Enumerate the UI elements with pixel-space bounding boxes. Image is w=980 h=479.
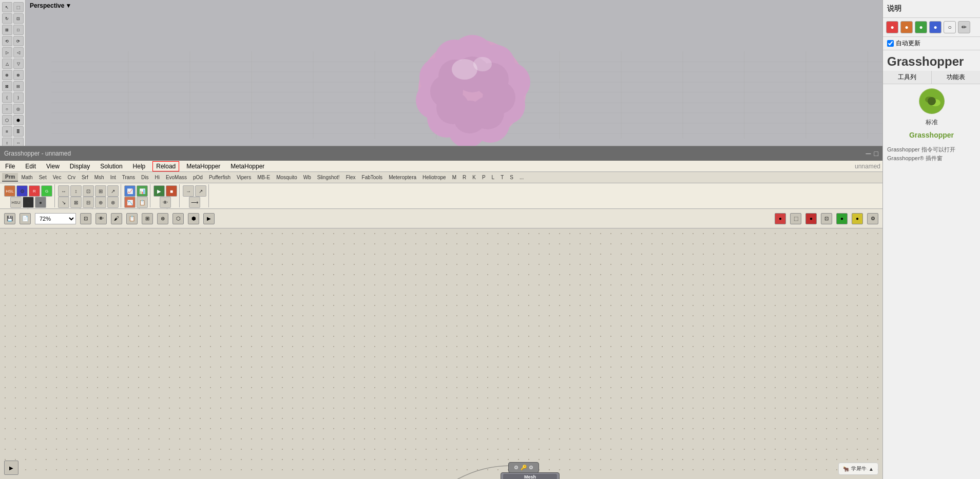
statusbar-right-5[interactable]: ● xyxy=(836,213,848,224)
preview-icon-2[interactable]: ■ xyxy=(166,185,177,197)
tab-slingshot[interactable]: Slingshot! xyxy=(314,174,343,181)
toolbar-icon-8[interactable]: ⟳ xyxy=(13,36,24,46)
gh-canvas[interactable]: Number Slider 64 ◉ Plane ◉ Radius OutMes… xyxy=(0,228,882,479)
rp-tool-blue[interactable]: ● xyxy=(929,21,941,33)
tab-trans[interactable]: Trans xyxy=(119,174,138,181)
rhino-viewport[interactable]: ↖ ⬚ ↻ ⊡ ⊞ □ ⟲ ⟳ ▷ ◁ xyxy=(0,0,882,146)
tab-dis[interactable]: Dis xyxy=(138,174,151,181)
statusbar-right-1[interactable]: ● xyxy=(775,213,786,224)
vector-icon-3[interactable]: ⟶ xyxy=(189,197,200,208)
statusbar-right-4[interactable]: ⊡ xyxy=(821,213,832,224)
tab-t1[interactable]: T xyxy=(497,174,507,181)
tab-srf[interactable]: Srf xyxy=(79,174,91,181)
tab-msh[interactable]: Msh xyxy=(91,174,107,181)
toolbar-icon-7[interactable]: ⟲ xyxy=(2,36,12,46)
graph-icon-2[interactable]: 📊 xyxy=(137,185,148,197)
watermark-up-icon[interactable]: ▲ xyxy=(869,466,874,472)
toolbar-icon-12[interactable]: ▽ xyxy=(13,59,24,69)
dim-icon-4[interactable]: ⊞ xyxy=(95,185,106,197)
tab-r1[interactable]: R xyxy=(459,174,469,181)
colour-picker-icon[interactable]: ⚙ xyxy=(16,185,28,197)
menu-file[interactable]: File xyxy=(2,162,18,171)
dim-icon-3[interactable]: ⊡ xyxy=(83,185,94,197)
rp-tool-edit[interactable]: ✏ xyxy=(958,21,970,33)
rp-tab-tools[interactable]: 工具列 xyxy=(883,71,932,84)
menu-help[interactable]: Help xyxy=(130,162,149,171)
dim-icon-9[interactable]: ⊕ xyxy=(95,197,106,208)
dim-icon-10[interactable]: ⊗ xyxy=(107,197,119,208)
menu-reload[interactable]: Reload xyxy=(152,161,179,171)
statusbar-file-icon[interactable]: 📄 xyxy=(20,213,31,224)
tab-prm[interactable]: Prm xyxy=(2,173,18,182)
menu-solution[interactable]: Solution xyxy=(97,162,125,171)
statusbar-paint-icon[interactable]: 🖌 xyxy=(111,213,122,224)
node-mesh-top-controls[interactable]: ⚙ 🔑 ⚙ xyxy=(508,462,539,473)
tab-extra[interactable]: ... xyxy=(516,174,527,181)
colour-r-icon[interactable]: R xyxy=(29,185,40,197)
toolbar-icon-1[interactable]: ↖ xyxy=(2,2,12,12)
colour-hsu-icon[interactable]: HSU xyxy=(10,197,22,208)
statusbar-save-icon[interactable]: 💾 xyxy=(4,213,15,224)
toolbar-icon-18[interactable]: ⟩ xyxy=(13,92,24,103)
statusbar-right-7[interactable]: ⚙ xyxy=(867,213,878,224)
tab-p1[interactable]: P xyxy=(479,174,489,181)
tab-pufferfish[interactable]: Pufferfish xyxy=(206,174,234,181)
tab-fabtools[interactable]: FabTools xyxy=(359,174,386,181)
rp-tab-functions[interactable]: 功能表 xyxy=(932,71,980,84)
tab-s1[interactable]: S xyxy=(507,174,516,181)
rp-tool-orange[interactable]: ● xyxy=(900,21,913,33)
statusbar-right-2[interactable]: ⬚ xyxy=(790,213,801,224)
dim-icon-1[interactable]: ↔ xyxy=(58,185,69,197)
tab-meteroptera[interactable]: Meteroptera xyxy=(386,174,419,181)
toolbar-icon-9[interactable]: ▷ xyxy=(2,47,12,58)
tab-math[interactable]: Math xyxy=(18,174,35,181)
menu-view[interactable]: View xyxy=(43,162,63,171)
dim-icon-7[interactable]: ⊠ xyxy=(70,197,82,208)
menu-metahopper1[interactable]: MetaHopper xyxy=(183,162,223,171)
tab-m1[interactable]: M xyxy=(449,174,459,181)
toolbar-icon-15[interactable]: ⊠ xyxy=(2,81,12,91)
menu-metahopper2[interactable]: MetaHopper xyxy=(227,162,267,171)
toolbar-icon-21[interactable]: ⬡ xyxy=(2,115,12,125)
preview-icon-3[interactable]: 👁 xyxy=(160,197,171,208)
auto-update-input[interactable] xyxy=(887,40,894,47)
toolbar-icon-24[interactable]: ≣ xyxy=(13,126,24,137)
toolbar-icon-17[interactable]: ⟨ xyxy=(2,92,12,103)
menu-display[interactable]: Display xyxy=(67,162,93,171)
toolbar-icon-4[interactable]: ⊡ xyxy=(13,13,24,24)
vector-icon-1[interactable]: → xyxy=(183,185,194,197)
tab-crv[interactable]: Crv xyxy=(64,174,79,181)
rp-tool-green[interactable]: ● xyxy=(915,21,927,33)
tab-wb[interactable]: Wb xyxy=(300,174,314,181)
canvas-play-button[interactable]: ▶ xyxy=(4,461,18,475)
graph-icon-4[interactable]: 📋 xyxy=(137,197,148,208)
statusbar-grid-icon[interactable]: ⊞ xyxy=(142,213,153,224)
toolbar-icon-13[interactable]: ⊕ xyxy=(2,70,12,80)
statusbar-doc-icon[interactable]: 📋 xyxy=(126,213,138,224)
statusbar-right-6[interactable]: ● xyxy=(852,213,863,224)
statusbar-anim-icon[interactable]: ▶ xyxy=(203,213,215,224)
statusbar-solid-icon[interactable]: ⬢ xyxy=(188,213,199,224)
dim-icon-6[interactable]: ↘ xyxy=(58,197,69,208)
node-mesh-lengthfactor[interactable]: Mesh LengthFactor EL ◉ Strength xyxy=(501,472,560,479)
tab-mosquito[interactable]: Mosquito xyxy=(273,174,300,181)
colour-dot1-icon[interactable]: ● xyxy=(23,197,34,208)
tab-pod[interactable]: pOd xyxy=(190,174,206,181)
tab-heliotrope[interactable]: Heliotrope xyxy=(419,174,449,181)
viewport-dropdown-icon[interactable]: ▼ xyxy=(65,2,71,9)
toolbar-icon-5[interactable]: ⊞ xyxy=(2,25,12,35)
toolbar-icon-16[interactable]: ⊟ xyxy=(13,81,24,91)
toolbar-icon-20[interactable]: ◎ xyxy=(13,104,24,114)
menu-edit[interactable]: Edit xyxy=(22,162,39,171)
tab-vec[interactable]: Vec xyxy=(50,174,65,181)
tab-flex[interactable]: Flex xyxy=(343,174,359,181)
statusbar-snap-icon[interactable]: ⊛ xyxy=(157,213,168,224)
colour-hsl-icon[interactable]: HSL xyxy=(4,185,15,197)
toolbar-icon-14[interactable]: ⊗ xyxy=(13,70,24,80)
toolbar-icon-6[interactable]: □ xyxy=(13,25,24,35)
statusbar-wire-icon[interactable]: ⬡ xyxy=(172,213,184,224)
tab-k1[interactable]: K xyxy=(469,174,479,181)
statusbar-eye-icon[interactable]: 👁 xyxy=(95,213,107,224)
vector-icon-2[interactable]: ↗ xyxy=(195,185,206,197)
rp-tool-white[interactable]: ○ xyxy=(944,21,956,33)
